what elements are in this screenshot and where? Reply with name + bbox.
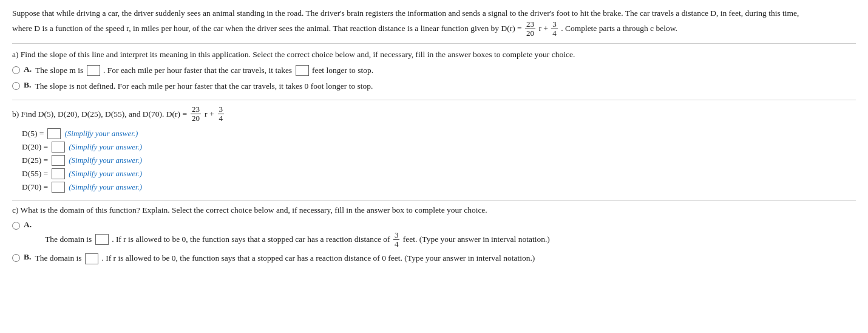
intro-line2-pre: where D is a function of the speed r, in… — [12, 24, 522, 33]
formula-frac1-num: 23 — [525, 20, 535, 29]
formula-frac2-den: 4 — [551, 29, 558, 38]
d5-hint: (Simplify your answer.) — [64, 129, 138, 139]
d70-row: D(70) = (Simplify your answer.) — [22, 182, 856, 193]
option-a-row: A. The slope m is . For each mile per ho… — [12, 64, 856, 77]
part-c-b-domain-input[interactable] — [85, 253, 98, 264]
part-b-frac1-den: 20 — [191, 114, 201, 123]
option-b-radio[interactable] — [12, 82, 20, 90]
part-c-option-b-text: The domain is . If r is allowed to be 0,… — [35, 252, 535, 264]
formula-frac2-num: 3 — [551, 20, 558, 29]
d20-label: D(20) = — [22, 142, 48, 152]
d70-input[interactable] — [52, 182, 65, 193]
part-b-fraction-2: 3 4 — [218, 105, 225, 123]
formula-frac1-den: 20 — [525, 29, 535, 38]
d25-hint: (Simplify your answer.) — [69, 156, 142, 165]
feet-input-box[interactable] — [296, 65, 309, 76]
part-c-option-a-text: The domain is . If r is allowed to be 0,… — [35, 220, 550, 249]
d55-row: D(55) = (Simplify your answer.) — [22, 168, 856, 179]
option-a-radio[interactable] — [12, 66, 20, 74]
option-b-text: The slope is not defined. For each mile … — [35, 80, 373, 92]
part-b-frac2-den: 4 — [218, 114, 225, 123]
plus-sign: + — [543, 24, 548, 33]
part-a-section: a) Find the slope of this line and inter… — [12, 50, 856, 93]
option-a-letter: A. — [24, 64, 32, 74]
part-c-option-b-letter: B. — [24, 252, 31, 262]
d70-hint: (Simplify your answer.) — [69, 182, 142, 192]
part-b-equations: D(5) = (Simplify your answer.) D(20) = (… — [22, 128, 856, 193]
part-b-label-pre: b) Find D(5), D(20), D(25), D(55), and D… — [12, 109, 187, 119]
formula-fraction-2: 3 4 — [551, 20, 558, 38]
d70-label: D(70) = — [22, 182, 48, 192]
part-a-label: a) Find the slope of this line and inter… — [12, 50, 856, 60]
part-c-a-frac-den: 4 — [393, 240, 400, 249]
part-b-frac1-num: 23 — [191, 105, 201, 114]
part-c-option-b-row: B. The domain is . If r is allowed to be… — [12, 252, 856, 264]
intro-line1: Suppose that while driving a car, the dr… — [12, 9, 799, 18]
intro-line2-post: . Complete parts a through c below. — [561, 24, 677, 33]
d55-label: D(55) = — [22, 169, 48, 179]
d55-input[interactable] — [52, 168, 65, 179]
d20-hint: (Simplify your answer.) — [69, 142, 142, 152]
part-c-a-line1 — [35, 220, 550, 230]
d25-label: D(25) = — [22, 156, 48, 165]
intro-paragraph: Suppose that while driving a car, the dr… — [12, 7, 856, 44]
part-c-a-domain-post: feet. (Type your answer in interval nota… — [403, 235, 550, 244]
part-b-label: b) Find D(5), D(20), D(25), D(55), and D… — [12, 105, 856, 123]
d20-input[interactable] — [52, 142, 65, 153]
option-a-text: The slope m is . For each mile per hour … — [35, 64, 373, 77]
part-c-option-b-radio[interactable] — [12, 254, 20, 262]
part-c-a-domain-mid: . If r is allowed to be 0, the function … — [112, 235, 390, 244]
part-c-option-a-letter: A. — [24, 220, 32, 230]
divider-1 — [12, 100, 856, 100]
slope-input-box[interactable] — [87, 65, 100, 76]
d5-label: D(5) = — [22, 129, 44, 139]
divider-2 — [12, 200, 856, 201]
d25-input[interactable] — [52, 155, 65, 166]
part-c-a-domain-input[interactable] — [95, 234, 109, 245]
part-c-section: c) What is the domain of this function? … — [12, 205, 856, 265]
d25-row: D(25) = (Simplify your answer.) — [22, 155, 856, 166]
d5-row: D(5) = (Simplify your answer.) — [22, 128, 856, 139]
part-b-frac2-num: 3 — [218, 105, 225, 114]
formula-fraction-1: 23 20 — [525, 20, 535, 38]
part-b-fraction-1: 23 20 — [191, 105, 201, 123]
option-b-row: B. The slope is not defined. For each mi… — [12, 80, 856, 92]
part-b-section: b) Find D(5), D(20), D(25), D(55), and D… — [12, 105, 856, 193]
part-c-option-a-radio[interactable] — [12, 222, 20, 230]
part-c-a-fraction: 3 4 — [393, 231, 400, 249]
part-c-option-a-row: A. The domain is . If r is allowed to be… — [12, 220, 856, 249]
part-c-a-line2: The domain is . If r is allowed to be 0,… — [45, 231, 550, 249]
option-b-letter: B. — [24, 80, 31, 90]
part-c-a-frac-num: 3 — [393, 231, 400, 240]
d20-row: D(20) = (Simplify your answer.) — [22, 142, 856, 153]
part-c-label: c) What is the domain of this function? … — [12, 205, 856, 215]
part-c-a-domain-pre: The domain is — [45, 235, 92, 244]
d55-hint: (Simplify your answer.) — [69, 169, 142, 179]
d5-input[interactable] — [47, 128, 61, 139]
